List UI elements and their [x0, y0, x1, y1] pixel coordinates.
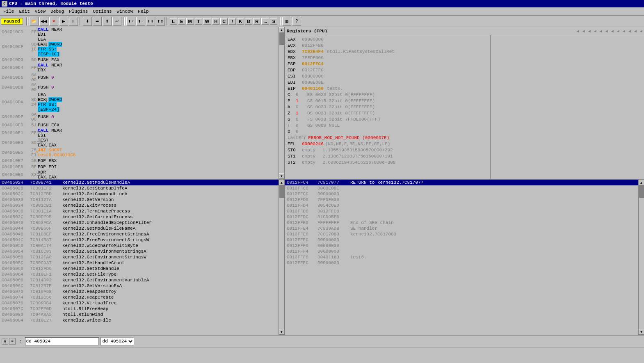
- disasm-row[interactable]: 004010CF8D4424 1C.LEA EAX,DWORD PTR SS:[…: [0, 37, 279, 57]
- btn-slash[interactable]: /: [228, 18, 236, 25]
- back-button[interactable]: ◀◀: [39, 17, 48, 26]
- import-row[interactable]: 00405034 7C801CB1 kernel32.ExitProcess: [0, 203, 279, 208]
- reg-arrow10[interactable]: ◀: [628, 29, 631, 34]
- open-button[interactable]: 📂: [30, 17, 39, 26]
- menu-file[interactable]: File: [1, 8, 16, 15]
- cmd-input[interactable]: [25, 337, 99, 345]
- reg-arrow5[interactable]: ◀: [600, 29, 602, 34]
- step-over[interactable]: ➡: [93, 17, 102, 26]
- menu-plugins[interactable]: Plugins: [66, 8, 90, 15]
- import-scroll-thumb[interactable]: [279, 185, 284, 198]
- import-row[interactable]: 0040503C 7C80DE95 kernel32.GetCurrentPro…: [0, 214, 279, 220]
- stack-row[interactable]: 0012FFE8 7C817080kerne132.7C817080: [285, 231, 638, 237]
- import-row[interactable]: 00405074 7C812C56 kernel32.HeapCreate: [0, 295, 279, 300]
- disasm-row[interactable]: 004010DA8D4C24 24.LEA ECX,DWORD PTR SS:[…: [0, 92, 279, 112]
- import-row[interactable]: 00405038 7C801E1A kernel32.TerminateProc…: [0, 208, 279, 214]
- disasm-scroll-track[interactable]: [279, 33, 285, 173]
- disasm-row[interactable]: 004010E85F.POP EDI: [0, 164, 279, 170]
- efl-row[interactable]: EFL 00000246 (NO,NB,E,BE,NS,PE,GE,LE): [286, 141, 489, 147]
- menu-options[interactable]: Options: [90, 8, 114, 15]
- stack-row[interactable]: 0012FFF8 00401160test6.: [285, 254, 638, 260]
- import-row[interactable]: 0040506C 7C812B7E kernel32.GetVersionExA: [0, 283, 279, 289]
- import-row[interactable]: 0040504C 7C814B87 kernel32.FreeEnvironme…: [0, 237, 279, 243]
- btn-step3[interactable]: ⬇⬇: [146, 17, 155, 26]
- stack-row[interactable]: 0012FFD4 8054C6ED: [285, 203, 638, 208]
- btn-S[interactable]: S: [270, 18, 277, 25]
- stack-row[interactable]: 0012FFE0 FFFFFFFFEnd of SEH chain: [285, 220, 638, 226]
- step-out[interactable]: ⬆: [103, 17, 112, 26]
- stack-scroll-thumb[interactable]: [639, 185, 644, 198]
- cmd-mouse-icon[interactable]: 🖱: [2, 338, 8, 345]
- reg-arrow4[interactable]: ◀: [594, 29, 596, 34]
- flag-row-S[interactable]: S 0FS 003B 32bit 7FFDE000(FFF): [286, 116, 489, 122]
- import-row[interactable]: 0040507C 7C92FF0D ntdll.RtlFreeHeap: [0, 306, 279, 312]
- disasm-scroll-down[interactable]: ▼: [279, 173, 285, 179]
- stack-row[interactable]: 0012FFC8 0000E08E: [285, 185, 638, 191]
- reg-arrow2[interactable]: ◀: [582, 29, 585, 34]
- disasm-row[interactable]: 004010E575 E1.^JNZ SHORT test6.004010C8: [0, 148, 279, 158]
- import-row[interactable]: 00405040 7C863FCA kernel32.UnhandledExce…: [0, 220, 279, 226]
- import-row[interactable]: 00405048 7C81D6EF kernel32.FreeEnvironme…: [0, 231, 279, 237]
- btn-W[interactable]: W: [203, 18, 211, 25]
- btn-step4[interactable]: ⬆⬆: [156, 17, 165, 26]
- disasm-row[interactable]: 004010E385C0.TEST EAX,EAX: [0, 138, 279, 148]
- flag-row-D[interactable]: D 0: [286, 128, 489, 135]
- menu-window[interactable]: Window: [114, 8, 136, 15]
- reg-row-edi[interactable]: EDI 0000E08E: [286, 79, 489, 85]
- stack-row[interactable]: 0012FFF4 00000000: [285, 249, 638, 254]
- stack-row[interactable]: 0012FFD0 7FFDF000: [285, 197, 638, 203]
- btn-M[interactable]: M: [186, 18, 194, 25]
- import-row[interactable]: 00405084 7C810E27 kernel32.WriteFile: [0, 317, 279, 323]
- menu-help[interactable]: Help: [135, 8, 151, 15]
- cmd-kbd-icon[interactable]: ⌨: [9, 338, 16, 345]
- import-row[interactable]: 00405044 7C80B56F kernel32.GetModuleFile…: [0, 226, 279, 231]
- import-row[interactable]: 00405070 7C810F98 kernel32.HeapDestroy: [0, 289, 279, 295]
- import-row[interactable]: 00405060 7C812FD9 kernel32.GetStdHandle: [0, 266, 279, 272]
- menu-edit[interactable]: Edit: [16, 8, 32, 15]
- btn-dots[interactable]: ...: [261, 18, 269, 25]
- disasm-row[interactable]: 004010E1FFD6.CALL NEAR ESI: [0, 128, 279, 138]
- disasm-row[interactable]: 004010E933C0.XOR EAX,EAX: [0, 170, 279, 179]
- flag-row-Z[interactable]: Z 1DS 0023 32bit 0(FFFFFFFF): [286, 110, 489, 116]
- reg-row-esp[interactable]: ESP 0012FFC4: [286, 61, 489, 67]
- fpu-row-st2[interactable]: ST2 empty 2.60862194354162167000e-308: [286, 159, 489, 165]
- import-row[interactable]: 00405080 7C94ABA5 ntdll.RtlUnwind: [0, 312, 279, 317]
- disasm-row[interactable]: 004010DE6A 00.PUSH 0: [0, 112, 279, 122]
- close-button[interactable]: ✕: [49, 17, 58, 26]
- btn-C[interactable]: C: [220, 18, 228, 25]
- stack-row[interactable]: 0012FFFC 00000000: [285, 260, 638, 266]
- btn-R[interactable]: R: [253, 18, 260, 25]
- import-row[interactable]: 00405024 7C80B741 kernel32.GetModuleHand…: [0, 180, 279, 185]
- reg-arrow8[interactable]: ◀: [617, 29, 619, 34]
- btn-step2[interactable]: ⬆+: [136, 17, 145, 26]
- flag-row-C[interactable]: C 0ES 0023 32bit 0(FFFFFFFF): [286, 91, 489, 98]
- disasm-scroll-thumb[interactable]: [279, 33, 284, 45]
- stack-row[interactable]: 0012FFC4 7C817077RETURN to kerne132.7C81…: [285, 180, 638, 185]
- disasm-row[interactable]: 004010D66A 00.PUSH 0: [0, 73, 279, 82]
- stack-scrollbar[interactable]: ▲ ▼: [638, 180, 644, 335]
- stack-row[interactable]: 0012FFF0 00000000: [285, 243, 638, 249]
- import-row[interactable]: 00405054 7C81CC93 kernel32.GetEnvironmen…: [0, 249, 279, 254]
- import-row[interactable]: 00405078 7C809BB4 kernel32.VirtualFree: [0, 300, 279, 306]
- import-scrollbar[interactable]: ▲ ▼: [279, 180, 284, 335]
- reg-row-ecx[interactable]: ECX 0012FFB0: [286, 42, 489, 48]
- stack-scroll-up[interactable]: ▲: [639, 180, 644, 185]
- disasm-row[interactable]: 004010D350.PUSH EAX: [0, 57, 279, 63]
- stack-row[interactable]: 0012FFD8 0012FFC8: [285, 208, 638, 214]
- disasm-row[interactable]: 004010D86A 00.PUSH 0: [0, 82, 279, 92]
- reg-row-eax[interactable]: EAX 00000000: [286, 36, 489, 42]
- reg-row-ebx[interactable]: EBX 7FFDF000: [286, 55, 489, 61]
- reg-arrow6[interactable]: ◀: [605, 29, 608, 34]
- import-row[interactable]: 0040505C 7C80CD37 kernel32.SetHandleCoun…: [0, 260, 279, 266]
- btn-grid[interactable]: ▦: [282, 17, 291, 26]
- reg-row-ebp[interactable]: EBP 0012FFF0: [286, 67, 489, 73]
- cmd-dropdown[interactable]: dd 405024: [100, 337, 134, 345]
- reg-arrow11[interactable]: ◀: [634, 29, 637, 34]
- flag-row-T[interactable]: T 0GS 0000 NULL: [286, 122, 489, 128]
- import-row[interactable]: 00405058 7C812FA8 kernel32.GetEnvironmen…: [0, 254, 279, 260]
- btn-T[interactable]: T: [195, 18, 202, 25]
- disasm-row[interactable]: 004010D4FFD3.CALL NEAR EBX: [0, 63, 279, 73]
- stack-scroll-track[interactable]: [639, 185, 644, 329]
- run-to[interactable]: ↩: [112, 17, 121, 26]
- stack-row[interactable]: 0012FFEC 00000000: [285, 237, 638, 243]
